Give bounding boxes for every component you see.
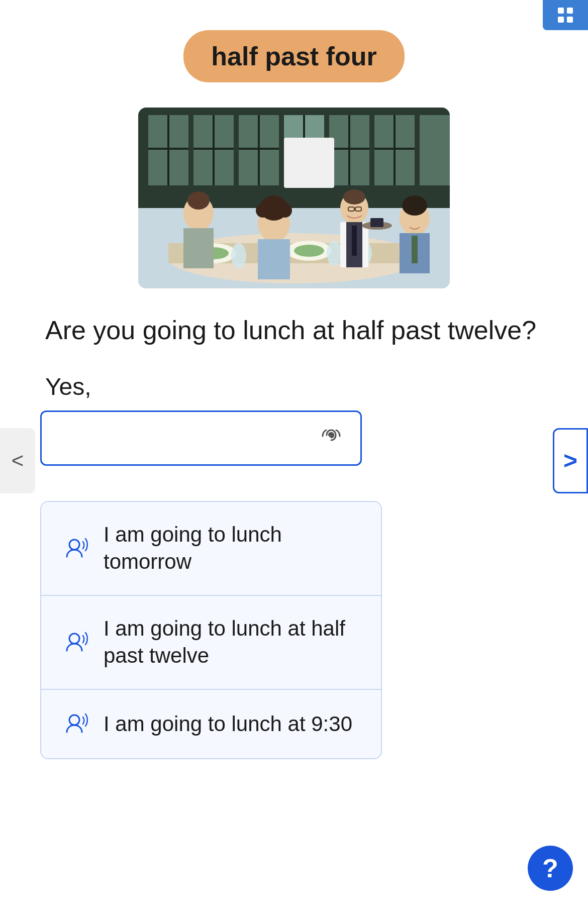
grid-icon (556, 6, 574, 24)
svg-rect-55 (370, 218, 383, 227)
svg-point-63 (69, 715, 79, 725)
svg-rect-12 (420, 115, 450, 185)
audio-icon-1[interactable] (59, 533, 89, 563)
audio-icon-input (318, 424, 345, 452)
image-container (40, 108, 548, 288)
audio-icon-2[interactable] (59, 627, 89, 657)
svg-rect-24 (394, 115, 396, 185)
svg-point-62 (69, 634, 79, 644)
option-item-1[interactable]: I am going to lunch tomorrow (41, 502, 381, 596)
question-text: Are you going to lunch at half past twel… (40, 314, 548, 348)
option-text-2: I am going to lunch at half past twelve (104, 615, 363, 670)
option-item-2[interactable]: I am going to lunch at half past twelve (41, 596, 381, 690)
options-container: I am going to lunch tomorrow I am going … (40, 501, 382, 759)
svg-rect-3 (567, 17, 573, 23)
nav-left-button[interactable]: < (0, 428, 35, 493)
svg-rect-18 (258, 115, 260, 185)
option-text-3: I am going to lunch at 9:30 (104, 710, 352, 738)
svg-point-34 (294, 245, 324, 257)
yes-label: Yes, (40, 373, 548, 400)
svg-rect-59 (412, 236, 418, 263)
svg-rect-25 (284, 138, 334, 188)
right-arrow-icon: > (563, 447, 577, 474)
help-button[interactable]: ? (528, 846, 573, 891)
svg-point-60 (329, 433, 334, 438)
svg-rect-1 (567, 8, 573, 14)
svg-point-31 (327, 241, 342, 266)
svg-point-61 (69, 540, 79, 550)
svg-point-58 (402, 195, 427, 216)
svg-rect-36 (183, 228, 214, 268)
left-arrow-icon: < (12, 449, 24, 473)
restaurant-image (138, 108, 450, 288)
nav-right-button[interactable]: > (553, 428, 588, 493)
page-container: half past four (0, 0, 588, 921)
svg-rect-22 (348, 115, 350, 185)
phrase-badge: half past four (183, 30, 404, 82)
svg-point-50 (343, 189, 365, 204)
audio-icon-3[interactable] (59, 709, 89, 739)
option-text-1: I am going to lunch tomorrow (104, 521, 363, 576)
svg-rect-0 (558, 8, 564, 14)
svg-rect-49 (352, 226, 357, 256)
option-item-3[interactable]: I am going to lunch at 9:30 (41, 690, 381, 758)
svg-rect-14 (167, 115, 169, 185)
svg-rect-16 (213, 115, 215, 185)
svg-rect-2 (558, 17, 564, 23)
svg-point-29 (231, 243, 246, 268)
svg-point-45 (273, 198, 285, 211)
svg-point-38 (193, 192, 204, 202)
header-area: half past four (40, 30, 548, 82)
svg-rect-40 (258, 239, 290, 279)
top-right-button[interactable] (543, 0, 588, 30)
restaurant-scene-svg (138, 108, 450, 288)
answer-input-area[interactable] (40, 411, 362, 466)
